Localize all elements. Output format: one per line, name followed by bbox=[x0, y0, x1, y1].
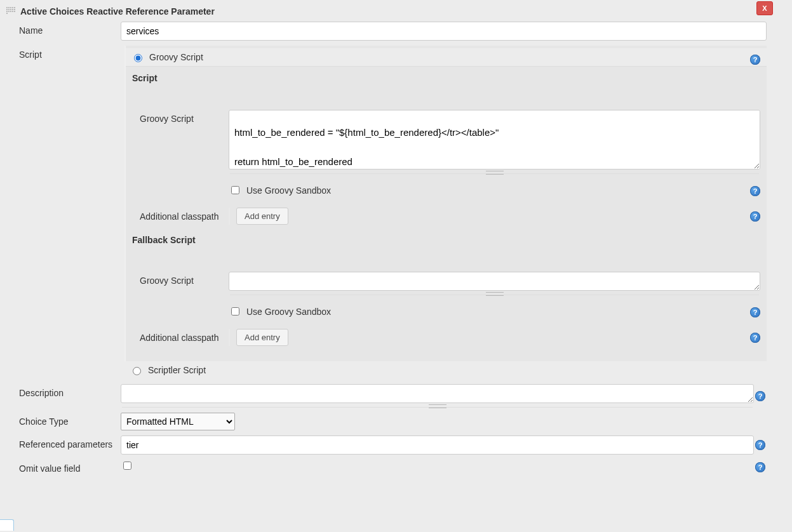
description-label: Description bbox=[19, 384, 121, 398]
help-icon[interactable]: ? bbox=[750, 55, 760, 65]
groovy-script-textarea[interactable] bbox=[229, 110, 760, 170]
choice-type-label: Choice Type bbox=[19, 413, 121, 427]
close-icon: X bbox=[762, 4, 767, 12]
omit-value-checkbox[interactable] bbox=[123, 462, 131, 470]
help-icon[interactable]: ? bbox=[755, 391, 765, 401]
fallback-groovy-label: Groovy Script bbox=[140, 272, 229, 286]
name-label: Name bbox=[19, 22, 121, 36]
referenced-parameters-input[interactable] bbox=[121, 436, 754, 455]
corner-tab bbox=[0, 519, 14, 531]
drag-handle-icon[interactable] bbox=[6, 7, 15, 16]
referenced-parameters-label: Referenced parameters bbox=[19, 436, 121, 449]
resize-handle[interactable] bbox=[230, 293, 759, 295]
help-icon[interactable]: ? bbox=[755, 462, 765, 472]
resize-handle[interactable] bbox=[122, 405, 753, 408]
radio-groovy-script[interactable] bbox=[134, 54, 142, 62]
fallback-sandbox-checkbox[interactable] bbox=[231, 307, 239, 316]
help-icon[interactable]: ? bbox=[750, 211, 760, 222]
radio-groovy-label: Groovy Script bbox=[149, 52, 203, 62]
choice-type-select[interactable]: Formatted HTML bbox=[121, 413, 235, 430]
name-input[interactable] bbox=[121, 22, 767, 41]
sandbox-label: Use Groovy Sandbox bbox=[246, 185, 331, 196]
help-icon[interactable]: ? bbox=[755, 440, 765, 450]
resize-handle[interactable] bbox=[230, 171, 759, 174]
fallback-groovy-textarea[interactable] bbox=[229, 272, 760, 291]
fallback-add-entry-button[interactable]: Add entry bbox=[236, 329, 288, 346]
delete-button[interactable]: X bbox=[756, 1, 773, 15]
section-title: Active Choices Reactive Reference Parame… bbox=[20, 6, 215, 17]
sandbox-checkbox[interactable] bbox=[231, 186, 239, 194]
radio-scriptler-label: Scriptler Script bbox=[148, 365, 206, 375]
add-entry-button[interactable]: Add entry bbox=[236, 208, 288, 225]
radio-scriptler-script[interactable] bbox=[133, 367, 141, 375]
script-label: Script bbox=[19, 46, 121, 60]
fallback-classpath-label: Additional classpath bbox=[140, 329, 229, 343]
help-icon[interactable]: ? bbox=[750, 333, 760, 343]
omit-value-label: Omit value field bbox=[19, 460, 121, 474]
classpath-label: Additional classpath bbox=[140, 208, 229, 222]
help-icon[interactable]: ? bbox=[750, 307, 760, 317]
fallback-sandbox-label: Use Groovy Sandbox bbox=[246, 307, 331, 317]
groovy-script-label: Groovy Script bbox=[140, 110, 229, 124]
fallback-block-title: Fallback Script bbox=[126, 229, 767, 250]
script-block-title: Script bbox=[126, 67, 767, 88]
help-icon[interactable]: ? bbox=[750, 186, 760, 196]
description-textarea[interactable] bbox=[121, 384, 754, 403]
